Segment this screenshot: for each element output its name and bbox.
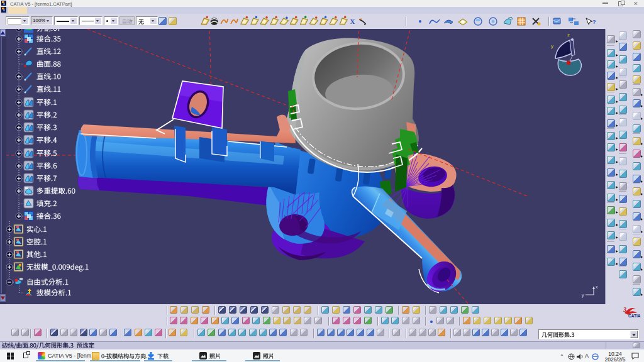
- svg-text:x: x: [596, 285, 598, 289]
- svg-text:z: z: [567, 32, 570, 38]
- svg-text:X: X: [350, 18, 355, 25]
- svg-text:3: 3: [623, 306, 626, 313]
- svg-text:?: ?: [592, 19, 596, 25]
- svg-text:y: y: [582, 293, 584, 298]
- svg-text:y: y: [551, 43, 553, 49]
- svg-text:CATIA: CATIA: [628, 314, 641, 318]
